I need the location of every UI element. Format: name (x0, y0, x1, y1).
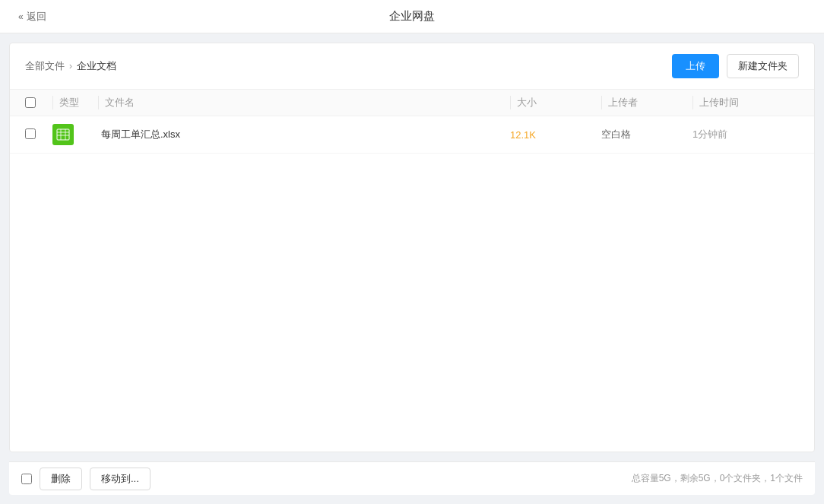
select-all-checkbox[interactable] (25, 97, 36, 108)
main-content: 全部文件 › 企业文档 上传 新建文件夹 类型 文件名 大小 上传者 上传时间 (9, 43, 815, 452)
file-uploader: 空白格 (601, 128, 692, 141)
header-uploader: 上传者 (601, 96, 692, 109)
footer: 删除 移动到... 总容量5G，剩余5G，0个文件夹，1个文件 (9, 461, 815, 495)
move-button[interactable]: 移动到... (90, 468, 151, 490)
header-checkbox-cell (25, 96, 52, 109)
header-type: 类型 (52, 96, 98, 109)
table-header: 类型 文件名 大小 上传者 上传时间 (10, 90, 814, 116)
file-time: 1分钟前 (692, 128, 799, 141)
table-row: 每周工单汇总.xlsx 12.1K 空白格 1分钟前 (10, 116, 814, 154)
breadcrumb-root[interactable]: 全部文件 (25, 59, 65, 73)
toolbar-actions: 上传 新建文件夹 (672, 54, 799, 78)
upload-button[interactable]: 上传 (672, 54, 719, 78)
row-checkbox[interactable] (25, 128, 36, 139)
back-button[interactable]: « 返回 (12, 7, 52, 27)
toolbar: 全部文件 › 企业文档 上传 新建文件夹 (10, 43, 814, 90)
new-folder-button[interactable]: 新建文件夹 (727, 54, 799, 78)
breadcrumb: 全部文件 › 企业文档 (25, 59, 116, 73)
row-checkbox-cell (25, 128, 52, 141)
breadcrumb-separator: › (69, 61, 72, 71)
delete-button[interactable]: 删除 (40, 468, 82, 490)
back-label: 返回 (27, 10, 46, 24)
svg-rect-0 (57, 129, 69, 140)
storage-info: 总容量5G，剩余5G，0个文件夹，1个文件 (632, 472, 803, 485)
header-time: 上传时间 (692, 96, 799, 109)
page-title: 企业网盘 (389, 9, 435, 24)
breadcrumb-current: 企业文档 (77, 59, 116, 73)
header-name: 文件名 (98, 96, 510, 109)
file-size: 12.1K (510, 129, 601, 141)
row-type-cell (52, 124, 98, 145)
file-table: 类型 文件名 大小 上传者 上传时间 (10, 90, 814, 452)
file-name[interactable]: 每周工单汇总.xlsx (98, 128, 510, 141)
header-size: 大小 (510, 96, 601, 109)
xlsx-icon (52, 124, 74, 145)
header: « 返回 企业网盘 (0, 0, 824, 33)
footer-checkbox[interactable] (21, 474, 32, 484)
footer-left: 删除 移动到... (21, 468, 151, 490)
back-arrow-icon: « (18, 11, 24, 22)
